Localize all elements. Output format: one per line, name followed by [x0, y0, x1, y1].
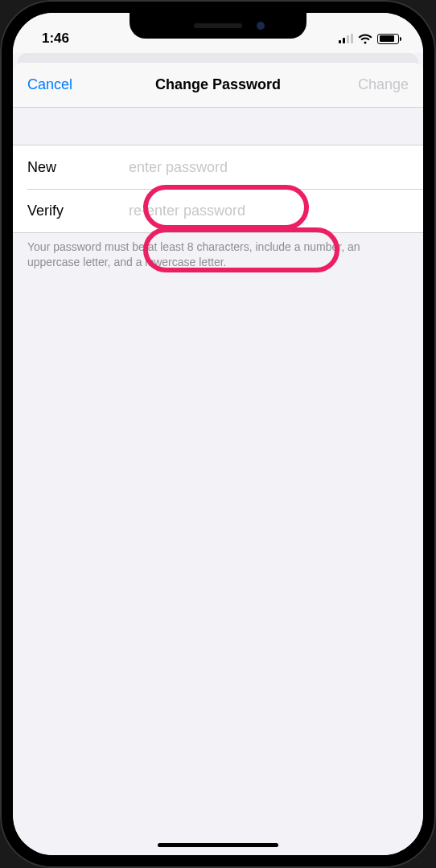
notch: [130, 13, 306, 39]
password-form: New Verify: [13, 145, 423, 233]
front-camera: [257, 22, 265, 30]
cancel-button[interactable]: Cancel: [27, 76, 100, 93]
verify-password-label: Verify: [27, 203, 129, 219]
cellular-signal-icon: [339, 34, 353, 43]
nav-bar: Cancel Change Password Change: [13, 63, 423, 108]
page-title: Change Password: [100, 76, 336, 93]
phone-frame: 1:46 Cancel Change Password Change: [0, 0, 436, 868]
change-button[interactable]: Change: [336, 76, 409, 93]
status-right: [339, 34, 399, 44]
screen: 1:46 Cancel Change Password Change: [13, 13, 423, 855]
new-password-label: New: [27, 159, 129, 176]
status-time: 1:46: [42, 31, 69, 47]
wifi-icon: [358, 34, 372, 44]
home-indicator[interactable]: [158, 843, 278, 847]
speaker-grille: [194, 23, 242, 28]
new-password-input[interactable]: [129, 159, 409, 176]
password-requirements-text: Your password must be at least 8 charact…: [13, 233, 423, 276]
verify-password-input[interactable]: [129, 203, 409, 219]
change-password-sheet: Cancel Change Password Change New Verify…: [13, 63, 423, 855]
new-password-row: New: [13, 145, 423, 189]
battery-icon: [377, 34, 399, 44]
verify-password-row: Verify: [27, 189, 423, 232]
